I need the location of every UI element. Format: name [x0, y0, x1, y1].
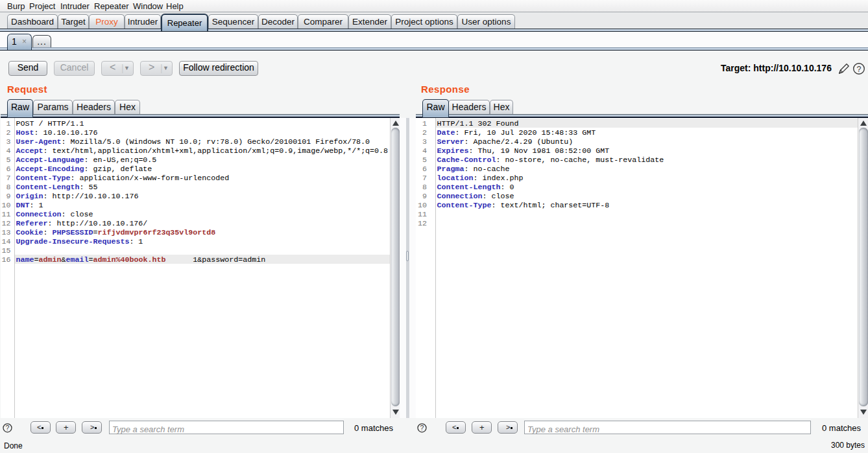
svg-text:?: ?: [420, 424, 424, 432]
svg-text:?: ?: [857, 65, 862, 74]
svg-text:?: ?: [6, 424, 10, 432]
